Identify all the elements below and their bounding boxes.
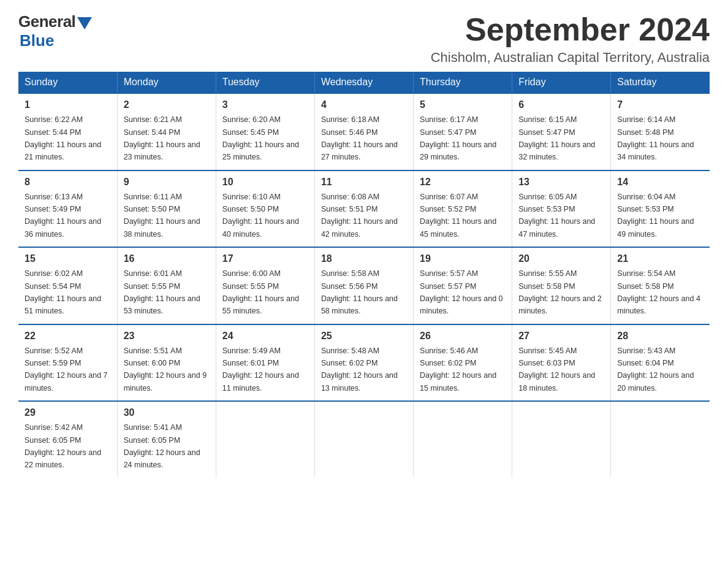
day-info: Sunrise: 5:54 AMSunset: 5:58 PMDaylight:… [617,269,700,315]
day-number: 1 [25,98,111,112]
calendar-week-row: 8 Sunrise: 6:13 AMSunset: 5:49 PMDayligh… [18,170,710,248]
day-number: 4 [321,98,407,112]
day-info: Sunrise: 6:15 AMSunset: 5:47 PMDaylight:… [518,115,595,161]
calendar-cell: 26 Sunrise: 5:46 AMSunset: 6:02 PMDaylig… [414,324,512,402]
day-number: 24 [222,329,308,343]
day-number: 25 [321,329,407,343]
day-number: 16 [124,251,210,266]
day-info: Sunrise: 6:05 AMSunset: 5:53 PMDaylight:… [518,193,595,239]
day-number: 7 [617,98,703,112]
header-cell-thursday: Thursday [414,72,512,93]
day-number: 23 [124,329,210,343]
day-info: Sunrise: 5:46 AMSunset: 6:02 PMDaylight:… [420,347,496,393]
day-number: 5 [420,98,506,112]
day-info: Sunrise: 6:00 AMSunset: 5:55 PMDaylight:… [222,269,299,315]
day-info: Sunrise: 5:57 AMSunset: 5:57 PMDaylight:… [420,269,503,315]
day-info: Sunrise: 6:18 AMSunset: 5:46 PMDaylight:… [321,115,398,161]
day-number: 15 [25,251,111,266]
day-info: Sunrise: 5:45 AMSunset: 6:03 PMDaylight:… [518,347,595,393]
day-number: 28 [617,329,703,343]
calendar-cell: 13 Sunrise: 6:05 AMSunset: 5:53 PMDaylig… [512,170,611,248]
calendar-table: SundayMondayTuesdayWednesdayThursdayFrid… [18,72,710,478]
calendar-cell [314,401,413,478]
day-info: Sunrise: 6:17 AMSunset: 5:47 PMDaylight:… [420,115,496,161]
calendar-week-row: 15 Sunrise: 6:02 AMSunset: 5:54 PMDaylig… [18,247,710,324]
header-cell-saturday: Saturday [611,72,710,93]
calendar-cell: 11 Sunrise: 6:08 AMSunset: 5:51 PMDaylig… [314,170,413,248]
day-info: Sunrise: 5:52 AMSunset: 5:59 PMDaylight:… [25,347,108,393]
day-number: 2 [124,98,210,112]
header-cell-friday: Friday [512,72,611,93]
day-number: 26 [420,329,506,343]
header-cell-monday: Monday [117,72,216,93]
calendar-cell: 29 Sunrise: 5:42 AMSunset: 6:05 PMDaylig… [18,401,117,478]
day-info: Sunrise: 6:11 AMSunset: 5:50 PMDaylight:… [124,193,200,239]
day-number: 6 [518,98,604,112]
day-number: 21 [617,251,703,266]
calendar-cell [611,401,710,478]
calendar-header-row: SundayMondayTuesdayWednesdayThursdayFrid… [18,72,710,93]
day-number: 10 [222,175,308,190]
calendar-cell: 9 Sunrise: 6:11 AMSunset: 5:50 PMDayligh… [117,170,216,248]
calendar-cell: 1 Sunrise: 6:22 AMSunset: 5:44 PMDayligh… [18,93,117,170]
calendar-cell: 22 Sunrise: 5:52 AMSunset: 5:59 PMDaylig… [18,324,117,402]
day-number: 19 [420,251,506,266]
day-info: Sunrise: 6:07 AMSunset: 5:52 PMDaylight:… [420,193,496,239]
day-info: Sunrise: 6:13 AMSunset: 5:49 PMDaylight:… [25,193,101,239]
calendar-cell: 12 Sunrise: 6:07 AMSunset: 5:52 PMDaylig… [414,170,512,248]
day-number: 8 [25,175,111,190]
day-info: Sunrise: 5:55 AMSunset: 5:58 PMDaylight:… [518,269,602,315]
day-info: Sunrise: 6:20 AMSunset: 5:45 PMDaylight:… [222,115,299,161]
calendar-cell: 18 Sunrise: 5:58 AMSunset: 5:56 PMDaylig… [314,247,413,324]
calendar-week-row: 22 Sunrise: 5:52 AMSunset: 5:59 PMDaylig… [18,324,710,402]
day-info: Sunrise: 5:58 AMSunset: 5:56 PMDaylight:… [321,269,398,315]
header-cell-sunday: Sunday [18,72,117,93]
logo-triangle-icon [77,17,92,29]
title-section: September 2024 Chisholm, Australian Capi… [431,12,710,66]
calendar-cell: 19 Sunrise: 5:57 AMSunset: 5:57 PMDaylig… [414,247,512,324]
day-info: Sunrise: 5:49 AMSunset: 6:01 PMDaylight:… [222,347,299,393]
calendar-cell: 30 Sunrise: 5:41 AMSunset: 6:05 PMDaylig… [117,401,216,478]
calendar-cell: 10 Sunrise: 6:10 AMSunset: 5:50 PMDaylig… [216,170,314,248]
logo: General Blue [18,12,92,50]
calendar-cell: 3 Sunrise: 6:20 AMSunset: 5:45 PMDayligh… [216,93,314,170]
day-number: 3 [222,98,308,112]
header-cell-tuesday: Tuesday [216,72,314,93]
day-info: Sunrise: 5:41 AMSunset: 6:05 PMDaylight:… [124,423,200,469]
day-info: Sunrise: 5:43 AMSunset: 6:04 PMDaylight:… [617,347,694,393]
header-cell-wednesday: Wednesday [314,72,413,93]
day-info: Sunrise: 6:14 AMSunset: 5:48 PMDaylight:… [617,115,694,161]
calendar-cell: 20 Sunrise: 5:55 AMSunset: 5:58 PMDaylig… [512,247,611,324]
day-info: Sunrise: 6:21 AMSunset: 5:44 PMDaylight:… [124,115,200,161]
day-info: Sunrise: 5:51 AMSunset: 6:00 PMDaylight:… [124,347,207,393]
day-info: Sunrise: 6:22 AMSunset: 5:44 PMDaylight:… [25,115,101,161]
calendar-week-row: 1 Sunrise: 6:22 AMSunset: 5:44 PMDayligh… [18,93,710,170]
calendar-cell: 4 Sunrise: 6:18 AMSunset: 5:46 PMDayligh… [314,93,413,170]
calendar-cell: 15 Sunrise: 6:02 AMSunset: 5:54 PMDaylig… [18,247,117,324]
day-info: Sunrise: 6:08 AMSunset: 5:51 PMDaylight:… [321,193,398,239]
location-title: Chisholm, Australian Capital Territory, … [431,50,710,66]
calendar-cell: 21 Sunrise: 5:54 AMSunset: 5:58 PMDaylig… [611,247,710,324]
page-header: General Blue September 2024 Chisholm, Au… [18,12,710,66]
logo-general-text: General [18,12,75,31]
day-number: 12 [420,175,506,190]
day-info: Sunrise: 5:42 AMSunset: 6:05 PMDaylight:… [25,423,101,469]
calendar-cell: 27 Sunrise: 5:45 AMSunset: 6:03 PMDaylig… [512,324,611,402]
day-number: 13 [518,175,604,190]
month-title: September 2024 [431,12,710,47]
calendar-cell: 5 Sunrise: 6:17 AMSunset: 5:47 PMDayligh… [414,93,512,170]
day-number: 14 [617,175,703,190]
calendar-cell: 7 Sunrise: 6:14 AMSunset: 5:48 PMDayligh… [611,93,710,170]
calendar-cell [512,401,611,478]
day-number: 9 [124,175,210,190]
calendar-cell: 8 Sunrise: 6:13 AMSunset: 5:49 PMDayligh… [18,170,117,248]
calendar-cell: 2 Sunrise: 6:21 AMSunset: 5:44 PMDayligh… [117,93,216,170]
calendar-cell: 14 Sunrise: 6:04 AMSunset: 5:53 PMDaylig… [611,170,710,248]
calendar-cell: 28 Sunrise: 5:43 AMSunset: 6:04 PMDaylig… [611,324,710,402]
day-info: Sunrise: 6:01 AMSunset: 5:55 PMDaylight:… [124,269,200,315]
calendar-cell [216,401,314,478]
calendar-cell: 25 Sunrise: 5:48 AMSunset: 6:02 PMDaylig… [314,324,413,402]
calendar-cell: 17 Sunrise: 6:00 AMSunset: 5:55 PMDaylig… [216,247,314,324]
day-number: 18 [321,251,407,266]
logo-blue-text: Blue [20,31,54,50]
